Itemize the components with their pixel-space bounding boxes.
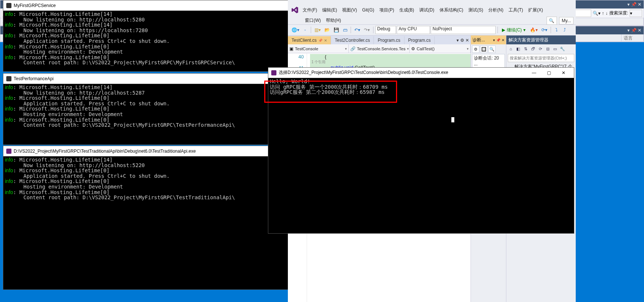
console-grpc-service: MyFirstGRPCService info: Microsoft.Hosti…: [3, 0, 324, 72]
refresh-icon[interactable]: ⟳: [537, 45, 544, 52]
arrow-up-icon[interactable]: ↑: [602, 11, 604, 16]
maximize-button[interactable]: ▢: [541, 68, 556, 78]
console-testconsole: 选择D:\VS2022_Project\MyFirstGRPC\TestCons…: [268, 67, 574, 234]
menu-window[interactable]: 窗口(W): [303, 16, 323, 25]
menu-file[interactable]: 文件(F): [300, 6, 319, 14]
hot-reload-icon[interactable]: 🔥▾: [528, 26, 539, 34]
vs-menu-bar: 文件(F) 编辑(E) 视图(V) Git(G) 项目(P) 生成(B) 调试(…: [288, 5, 576, 24]
pin-icon[interactable]: 📌: [318, 38, 323, 43]
tabs-overflow-icon[interactable]: ▾ ⚙ ✕: [455, 36, 471, 44]
arrow-down-icon[interactable]: ↓: [606, 11, 608, 16]
menu-debug[interactable]: 调试(D): [417, 6, 437, 14]
minimize-button[interactable]: —: [527, 68, 541, 78]
menu-git[interactable]: Git(G): [360, 6, 376, 14]
nav-fwd-icon[interactable]: ◦: [302, 26, 309, 34]
menu-tools[interactable]: 工具(T): [506, 6, 525, 14]
tab-program1[interactable]: Program.cs: [374, 36, 404, 44]
tab-test2controller[interactable]: Test2Controller.cs: [331, 36, 374, 44]
sync-icon[interactable]: 🗗: [530, 45, 536, 52]
startup-dropdown[interactable]: NoProject: [431, 26, 496, 34]
terminal-output[interactable]: info: Microsoft.Hosting.Lifetime[14] Now…: [3, 11, 324, 66]
menu-test[interactable]: 测试(S): [466, 6, 485, 14]
tab-testclient[interactable]: TestClient.cs📌✕: [288, 36, 331, 44]
diag-settings-icon[interactable]: ⚙: [472, 45, 479, 53]
app-icon: [6, 149, 11, 154]
window-title: D:\VS2022_Project\MyFirstGRPC\TestTradit…: [14, 149, 196, 154]
nav-member-dropdown[interactable]: ⚙ CallTest(): [410, 44, 471, 53]
diagnostic-tab[interactable]: 诊断...▾ 📌 ✕: [471, 35, 506, 44]
menu-arch[interactable]: 体系结构(C): [437, 6, 466, 14]
window-title: TestPerformanceApi: [14, 76, 54, 81]
panel-controls[interactable]: ▾ 📌 ✕: [627, 28, 641, 33]
menu-view[interactable]: 视图(V): [340, 6, 359, 14]
continue-button[interactable]: ▶ 继续(C) ▾: [500, 27, 528, 33]
menu-help[interactable]: 帮助(H): [324, 16, 343, 25]
vs-search-button[interactable]: 🔍: [547, 17, 557, 25]
tab-program2[interactable]: Program.cs: [404, 36, 435, 44]
step-icon[interactable]: ⤵: [553, 26, 560, 34]
search-depth-label: 搜索深度:: [609, 10, 628, 16]
menu-project[interactable]: 项目(P): [377, 6, 396, 14]
menu-build[interactable]: 生成(B): [397, 6, 416, 14]
panel-controls[interactable]: ▾ 📌 ✕: [627, 2, 641, 7]
undo-icon[interactable]: ↶▾: [353, 26, 362, 34]
nav-class-dropdown[interactable]: 🔗 TestConsole.Services.Tes: [349, 44, 410, 53]
menu-edit[interactable]: 编辑(E): [320, 6, 339, 14]
diag-zoom-icon[interactable]: 🔲: [480, 45, 488, 53]
editor-tabs: TestClient.cs📌✕ Test2Controller.cs Progr…: [288, 35, 471, 44]
redo-icon[interactable]: ↷▾: [362, 26, 371, 34]
menu-analyze[interactable]: 分析(N): [486, 6, 506, 14]
properties-icon[interactable]: 🔧: [559, 45, 566, 52]
solution-toolbar: ⌂ ◧ ⇅ 🗗 ⟳ ⊟ ▭ 🔧: [506, 44, 576, 53]
platform-dropdown[interactable]: Any CPU: [397, 26, 430, 34]
save-all-icon[interactable]: 🗃: [341, 26, 349, 34]
step-over-icon[interactable]: ⤴: [561, 26, 568, 34]
vs-toolbar: 🌐▾ ◦ ▥▾ 📂 💾 🗃 ↶▾ ↷▾ Debug Any CPU NoProj…: [288, 24, 576, 35]
show-all-icon[interactable]: ▭: [552, 45, 558, 52]
menu-ext[interactable]: 扩展(X): [526, 6, 545, 14]
close-icon[interactable]: ✕: [324, 38, 327, 43]
search-depth-dropdown[interactable]: ▾: [630, 10, 642, 17]
vs-logo-icon: [290, 5, 300, 15]
new-project-icon[interactable]: ▥▾: [313, 26, 322, 34]
code-nav-bar: ▣ TestConsole 🔗 TestConsole.Services.Tes…: [288, 44, 471, 53]
terminal-output[interactable]: Hello, World! 访问 gRPC服务 第一个2000次共耗时：6870…: [268, 78, 574, 96]
collapse-icon[interactable]: ⊟: [544, 45, 551, 52]
code-line: {: [310, 54, 471, 60]
solution-search-input[interactable]: [508, 54, 574, 62]
codelens-references[interactable]: 1 个引用: [310, 60, 471, 65]
diag-session-label: 诊断会话: 20 ...: [472, 54, 505, 68]
config-dropdown[interactable]: Debug: [375, 26, 396, 34]
search-icon[interactable]: 🔍▾: [593, 11, 600, 16]
diag-reset-icon[interactable]: 🔍: [488, 45, 496, 53]
app-icon: [6, 76, 11, 81]
app-icon: [6, 3, 11, 8]
nav-project-dropdown[interactable]: ▣ TestConsole: [288, 44, 349, 53]
switch-view-icon[interactable]: ◧: [515, 45, 521, 52]
open-icon[interactable]: 📂: [323, 26, 331, 34]
solution-explorer-header: 解决方案资源管理器: [506, 35, 576, 44]
panel-controls[interactable]: ▾ 📌 ✕: [493, 38, 504, 42]
restart-icon[interactable]: ⟳▾: [540, 26, 549, 34]
title-bar[interactable]: MyFirstGRPCService: [3, 0, 324, 11]
window-title: MyFirstGRPCService: [14, 3, 56, 8]
close-button[interactable]: ✕: [556, 68, 571, 78]
window-title: 选择D:\VS2022_Project\MyFirstGRPC\TestCons…: [279, 69, 448, 76]
vs-account-button[interactable]: My...: [559, 17, 574, 24]
pending-icon[interactable]: ⇅: [522, 45, 529, 52]
cursor-caret: [451, 117, 454, 122]
home-icon[interactable]: ⌂: [507, 45, 514, 52]
app-icon: [271, 70, 276, 75]
nav-back-icon[interactable]: 🌐▾: [290, 26, 301, 34]
save-icon[interactable]: 💾: [332, 26, 341, 34]
title-bar[interactable]: 选择D:\VS2022_Project\MyFirstGRPC\TestCons…: [268, 68, 574, 78]
